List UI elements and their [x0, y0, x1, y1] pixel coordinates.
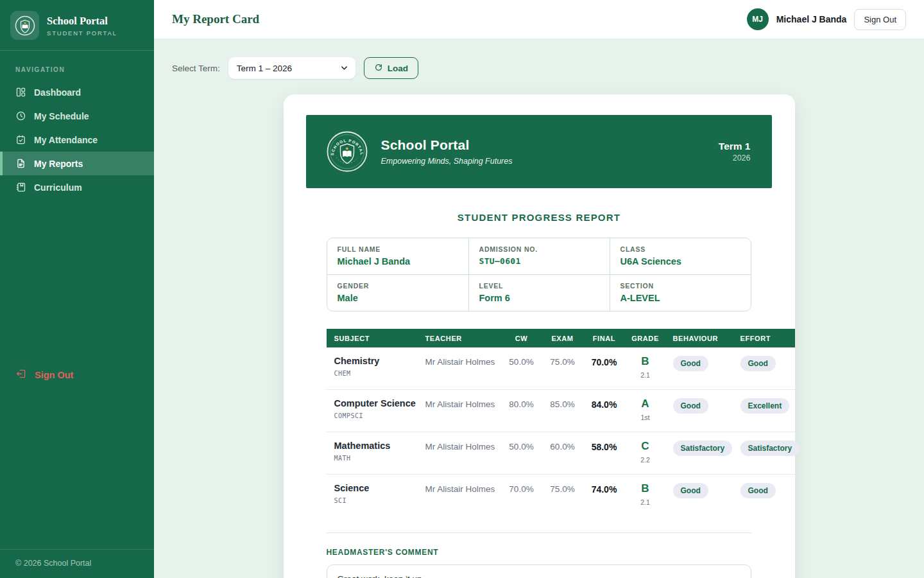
effort-badge: Satisfactory: [740, 441, 800, 456]
info-label: ADMISSION NO.: [479, 245, 599, 253]
grade-cell: C 2.2: [626, 441, 665, 464]
content: Select Term: Term 1 – 2026 Load: [154, 39, 924, 578]
info-value: STU–0601: [479, 256, 599, 266]
table-row: Computer Science COMPSCI Mr Alistair Hol…: [327, 390, 795, 432]
info-cell-level: LEVEL Form 6: [468, 274, 610, 311]
subject-code: MATH: [334, 455, 418, 462]
info-cell-admission-no: ADMISSION NO. STU–0601: [468, 238, 610, 274]
col-header-teacher: TEACHER: [418, 335, 501, 342]
col-header-final: FINAL: [583, 335, 626, 342]
topbar: My Report Card MJ Michael J Banda Sign O…: [154, 0, 924, 39]
info-cell-full-name: FULL NAME Michael J Banda: [327, 238, 468, 274]
subject-code: CHEM: [334, 370, 418, 377]
subject-cell: Mathematics MATH: [327, 441, 418, 462]
sidebar-item-label: My Reports: [34, 159, 83, 169]
teacher-cell: Mr Alistair Holmes: [418, 398, 501, 409]
exam-cell: 75.0%: [542, 356, 583, 367]
subject-name: Chemistry: [334, 356, 418, 366]
effort-cell: Good: [733, 356, 795, 371]
refresh-icon: [374, 63, 383, 74]
school-name: School Portal: [381, 137, 513, 153]
exam-cell: 85.0%: [542, 398, 583, 409]
app: School Portal STUDENT PORTAL NAVIGATION …: [0, 0, 924, 578]
subject-name: Computer Science: [334, 398, 418, 408]
sign-out-button[interactable]: Sign Out: [854, 9, 906, 30]
info-label: GENDER: [338, 282, 458, 290]
grade-letter: B: [626, 356, 665, 367]
book-icon: [15, 182, 26, 193]
col-header-effort: EFFORT: [733, 335, 795, 342]
behaviour-badge: Good: [673, 356, 708, 371]
effort-badge: Good: [740, 356, 776, 371]
grade-sub: 1st: [626, 414, 665, 421]
headmaster-comment: Great work, keep it up: [327, 565, 751, 578]
behaviour-badge: Good: [673, 398, 708, 414]
subject-code: COMPSCI: [334, 412, 418, 419]
grade-letter: A: [626, 398, 665, 409]
grade-cell: B 2.1: [626, 356, 665, 379]
term-select[interactable]: Term 1 – 2026: [228, 57, 355, 79]
table-row: Science SCI Mr Alistair Holmes 70.0% 75.…: [327, 475, 795, 516]
user-name: Michael J Banda: [776, 14, 847, 24]
teacher-cell: Mr Alistair Holmes: [418, 483, 501, 494]
file-icon: [15, 158, 26, 169]
effort-badge: Excellent: [740, 398, 790, 414]
exam-cell: 75.0%: [542, 483, 583, 494]
logout-icon: [15, 368, 27, 381]
grade-letter: C: [626, 441, 665, 451]
sidebar-item-label: Curriculum: [34, 182, 82, 193]
cw-cell: 80.0%: [501, 398, 542, 409]
info-value: Michael J Banda: [338, 256, 458, 267]
behaviour-cell: Good: [665, 398, 733, 414]
teacher-cell: Mr Alistair Holmes: [418, 356, 501, 367]
sidebar: School Portal STUDENT PORTAL NAVIGATION …: [0, 0, 154, 578]
load-button[interactable]: Load: [364, 57, 418, 79]
school-motto: Empowering Minds, Shaping Futures: [381, 157, 513, 166]
user-menu: MJ Michael J Banda Sign Out: [747, 8, 906, 30]
table-row: Mathematics MATH Mr Alistair Holmes 50.0…: [327, 432, 795, 475]
sidebar-item-my-schedule[interactable]: My Schedule: [0, 104, 154, 128]
school-seal-icon: [15, 15, 35, 36]
sidebar-item-my-attendance[interactable]: My Attendance: [0, 128, 154, 152]
cw-cell: 50.0%: [501, 356, 542, 367]
sidebar-item-dashboard[interactable]: Dashboard: [0, 80, 154, 104]
select-term-label: Select Term:: [172, 64, 220, 73]
avatar: MJ: [747, 8, 769, 30]
headmaster-comment-label: HEADMASTER'S COMMENT: [327, 548, 795, 557]
report-year: 2026: [719, 153, 751, 162]
info-cell-section: SECTION A-LEVEL: [610, 274, 751, 311]
report-term: Term 1: [719, 141, 751, 152]
term-select-wrap: Term 1 – 2026: [228, 57, 355, 79]
col-header-exam: EXAM: [542, 335, 583, 342]
col-header-behaviour: BEHAVIOUR: [665, 335, 733, 342]
sidebar-item-label: My Attendance: [34, 135, 98, 145]
sidebar-item-curriculum[interactable]: Curriculum: [0, 175, 154, 199]
clock-icon: [15, 110, 26, 121]
sidebar-item-label: Dashboard: [34, 87, 81, 98]
sidebar-footer: © 2026 School Portal: [0, 549, 154, 578]
info-label: SECTION: [620, 282, 740, 290]
grade-cell: B 2.1: [626, 483, 665, 506]
grade-cell: A 1st: [626, 398, 665, 421]
info-value: Male: [338, 293, 458, 303]
info-label: FULL NAME: [338, 245, 458, 253]
page-title: My Report Card: [172, 12, 259, 26]
effort-cell: Excellent: [733, 398, 795, 414]
brand: School Portal STUDENT PORTAL: [0, 0, 154, 50]
banner-text: School Portal Empowering Minds, Shaping …: [381, 137, 513, 166]
sidebar-sign-out[interactable]: Sign Out: [15, 368, 73, 381]
sidebar-item-my-reports[interactable]: My Reports: [0, 152, 154, 175]
student-info-grid: FULL NAME Michael J Banda ADMISSION NO. …: [327, 238, 751, 311]
sign-out-label: Sign Out: [35, 370, 73, 380]
load-button-label: Load: [388, 64, 408, 73]
sidebar-item-label: My Schedule: [34, 111, 89, 121]
subject-cell: Science SCI: [327, 483, 418, 504]
report-title: STUDENT PROGRESS REPORT: [284, 212, 795, 223]
sidebar-nav: Dashboard My Schedule My Attendance: [0, 80, 154, 199]
calendar-check-icon: [15, 134, 26, 145]
info-value: Form 6: [479, 293, 599, 303]
effort-cell: Satisfactory: [733, 441, 800, 456]
grade-sub: 2.1: [626, 371, 665, 379]
col-header-cw: CW: [501, 335, 542, 342]
subject-name: Mathematics: [334, 441, 418, 451]
